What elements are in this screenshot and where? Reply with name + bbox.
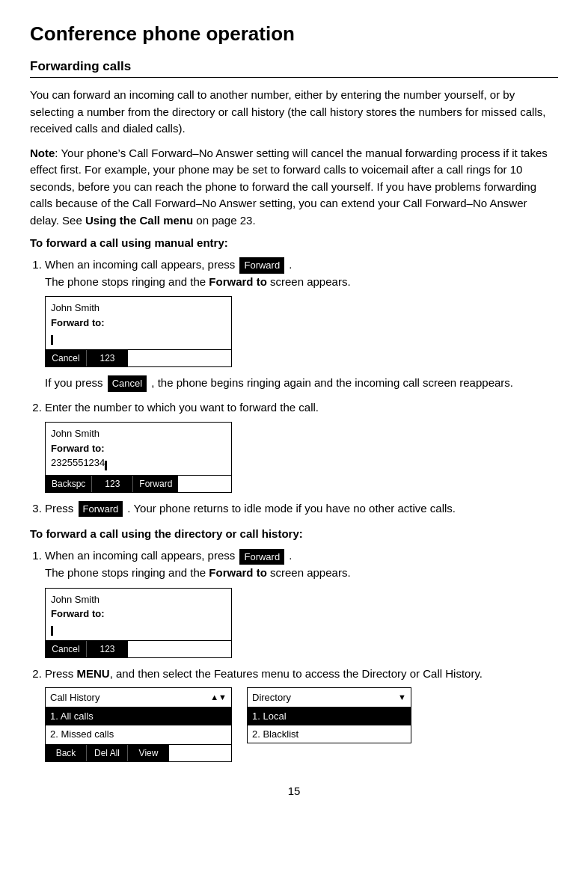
screen1-number (51, 330, 226, 345)
dh-step1-end: screen appears. (267, 566, 351, 579)
screen3-softkeys: Cancel 123 (46, 640, 231, 657)
phone-screen-2: John Smith Forward to: 2325551234 Backsp… (45, 422, 232, 493)
page-title: Conference phone operation (30, 22, 558, 46)
step-3: Press Forward . Your phone returns to id… (45, 500, 558, 518)
phone-screen-3: John Smith Forward to: Cancel 123 (45, 588, 232, 659)
cancel-note: If you press Cancel , the phone begins r… (45, 375, 558, 392)
call-history-header: Call History ▲▼ (46, 688, 231, 708)
dh-step-2: Press MENU, and then select the Features… (45, 666, 558, 762)
directory-row-1: 1. Local (248, 707, 411, 725)
forward-button-3: Forward (79, 501, 123, 518)
boxes-row: Call History ▲▼ 1. All calls 2. Missed c… (45, 687, 558, 763)
forward-button-1: Forward (239, 257, 284, 274)
directory-row-2: 2. Blacklist (248, 725, 411, 743)
step-1: When an incoming call appears, press For… (45, 257, 558, 392)
note-paragraph: Note: Your phone’s Call Forward–No Answe… (30, 145, 558, 230)
screen1-name: John Smith (51, 301, 226, 316)
dh-step2-text-before: Press (45, 667, 77, 680)
forward-button-dh1: Forward (239, 549, 284, 565)
screen2-name: John Smith (51, 426, 226, 441)
directory-history-heading: To forward a call using the directory or… (30, 527, 558, 540)
menu-label: MENU (77, 667, 110, 680)
directory-header: Directory ▼ (248, 688, 411, 708)
step3-text-after: . Your phone returns to idle mode if you… (124, 502, 456, 515)
screen1-label: Forward to: (51, 316, 226, 331)
section-heading-forwarding: Forwarding calls (30, 59, 558, 78)
call-history-row-1: 1. All calls (46, 707, 231, 725)
directory-title: Directory (252, 690, 291, 705)
dh-step1-text-before: When an incoming call appears, press (45, 549, 238, 562)
screen2-softkey-123: 123 (92, 476, 133, 492)
screen1-softkey-cancel: Cancel (46, 350, 87, 366)
step1-text-end: screen appears. (267, 275, 351, 288)
directory-arrow: ▼ (398, 691, 406, 704)
screen2-label: Forward to: (51, 441, 226, 456)
screen1-softkey-123: 123 (87, 350, 128, 366)
step-2: Enter the number to which you want to fo… (45, 399, 558, 493)
ch-softkey-back: Back (46, 745, 87, 761)
manual-entry-steps: When an incoming call appears, press For… (45, 257, 558, 517)
step1-bold-after: Forward to (209, 275, 267, 288)
intro-paragraph: You can forward an incoming call to anot… (30, 87, 558, 138)
screen3-number (51, 621, 226, 636)
screen3-cursor (51, 626, 53, 636)
step3-text-before: Press (45, 502, 77, 515)
dh-step-1: When an incoming call appears, press For… (45, 547, 558, 658)
cancel-note-after: , the phone begins ringing again and the… (148, 376, 513, 389)
screen2-cursor (105, 461, 107, 470)
manual-entry-heading: To forward a call using manual entry: (30, 236, 558, 249)
call-history-title: Call History (50, 690, 99, 705)
ch-softkey-view: View (128, 745, 169, 761)
screen3-softkey-cancel: Cancel (46, 641, 87, 657)
call-history-box: Call History ▲▼ 1. All calls 2. Missed c… (45, 687, 232, 763)
screen3-name: John Smith (51, 592, 226, 607)
call-history-row-2: 2. Missed calls (46, 725, 231, 743)
screen1-cursor (51, 335, 53, 345)
screen2-softkey-backspc: Backspc (46, 476, 92, 492)
directory-history-steps: When an incoming call appears, press For… (45, 547, 558, 762)
cancel-button-inline: Cancel (108, 375, 147, 392)
step2-text: Enter the number to which you want to fo… (45, 401, 319, 414)
dh-step2-text-after: , and then select the Features menu to a… (110, 667, 483, 680)
screen3-label: Forward to: (51, 607, 226, 621)
screen2-softkeys: Backspc 123 Forward (46, 475, 231, 492)
dh-step1-bold: Forward to (209, 566, 267, 579)
step1-text-before: When an incoming call appears, press (45, 258, 238, 271)
call-history-arrows: ▲▼ (210, 691, 227, 704)
screen1-softkeys: Cancel 123 (46, 349, 231, 366)
cancel-note-before: If you press (45, 376, 106, 389)
page-number: 15 (30, 785, 558, 797)
call-history-softkeys: Back Del All View (46, 744, 231, 761)
note-label: Note (30, 147, 55, 159)
note-end: on page 23. (193, 214, 255, 227)
phone-screen-1: John Smith Forward to: Cancel 123 (45, 296, 232, 367)
screen2-number: 2325551234 (51, 455, 226, 470)
ch-softkey-delall: Del All (87, 745, 128, 761)
directory-box: Directory ▼ 1. Local 2. Blacklist (247, 687, 411, 744)
screen3-softkey-123: 123 (87, 641, 128, 657)
screen2-softkey-forward: Forward (133, 476, 178, 492)
note-link: Using the Call menu (85, 214, 193, 227)
